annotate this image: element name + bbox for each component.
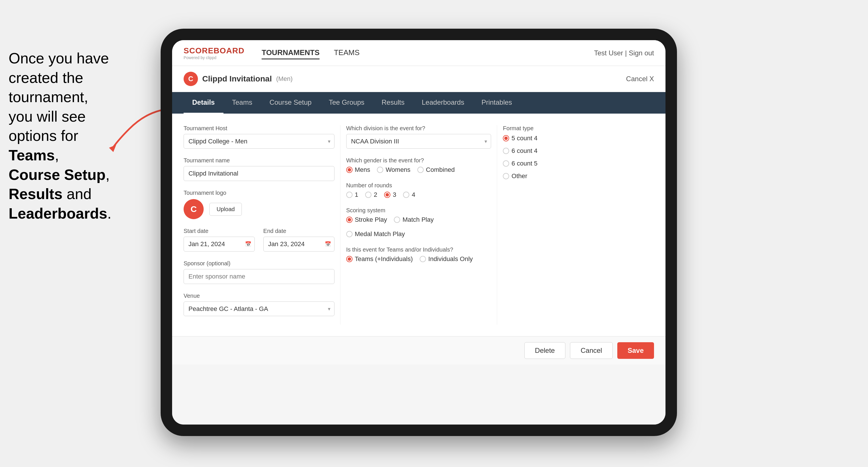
- logo: SCOREBOARD Powered by clippd: [184, 46, 244, 60]
- rounds-3[interactable]: 3: [384, 191, 396, 198]
- gender-mens-radio[interactable]: [346, 167, 352, 173]
- teams-plus-radio[interactable]: [346, 256, 352, 262]
- venue-group: Venue Peachtree GC - Atlanta - GA: [184, 292, 335, 316]
- date-row: Start date End date: [184, 228, 335, 252]
- teams-label: Is this event for Teams and/or Individua…: [346, 246, 491, 253]
- rounds-radio-group: 1 2 3 4: [346, 191, 491, 198]
- start-date-group: Start date: [184, 228, 255, 252]
- end-date-group: End date: [263, 228, 335, 252]
- logo-circle: C: [184, 199, 204, 219]
- tab-teams[interactable]: Teams: [223, 92, 261, 114]
- end-date-wrapper: [263, 237, 335, 252]
- main-nav: TOURNAMENTS TEAMS: [261, 47, 360, 59]
- gender-label: Which gender is the event for?: [346, 157, 491, 164]
- sponsor-label: Sponsor (optional): [184, 260, 335, 267]
- gender-group: Which gender is the event for? Mens Wome…: [346, 157, 491, 174]
- rounds-1-radio[interactable]: [346, 192, 352, 198]
- rounds-group: Number of rounds 1 2: [346, 182, 491, 198]
- tournament-name-label: Tournament name: [184, 157, 335, 164]
- tab-leaderboards[interactable]: Leaderboards: [413, 92, 473, 114]
- start-date-wrapper: [184, 237, 255, 252]
- format-other[interactable]: Other: [503, 173, 648, 180]
- form-col-2: Which division is the event for? NCAA Di…: [340, 125, 497, 325]
- scoring-match-radio[interactable]: [394, 217, 400, 223]
- tab-course-setup[interactable]: Course Setup: [261, 92, 320, 114]
- division-select[interactable]: NCAA Division III: [346, 134, 491, 149]
- tournament-host-label: Tournament Host: [184, 125, 335, 132]
- tab-results[interactable]: Results: [373, 92, 413, 114]
- dates-group: Start date End date: [184, 228, 335, 252]
- gender-radio-group: Mens Womens Combined: [346, 166, 491, 174]
- start-date-input[interactable]: [184, 237, 255, 252]
- teams-group: Is this event for Teams and/or Individua…: [346, 246, 491, 263]
- rounds-1[interactable]: 1: [346, 191, 358, 198]
- tab-printables[interactable]: Printables: [473, 92, 521, 114]
- format-type-label: Format type: [503, 125, 648, 132]
- tournament-host-select[interactable]: Clippd College - Men: [184, 134, 335, 149]
- individuals-only-radio[interactable]: [420, 256, 426, 262]
- venue-select[interactable]: Peachtree GC - Atlanta - GA: [184, 302, 335, 316]
- tab-tee-groups[interactable]: Tee Groups: [320, 92, 373, 114]
- gender-womens[interactable]: Womens: [377, 166, 410, 174]
- scoring-medal[interactable]: Medal Match Play: [346, 230, 405, 238]
- tournament-logo-group: Tournament logo C Upload: [184, 190, 335, 219]
- division-group: Which division is the event for? NCAA Di…: [346, 125, 491, 149]
- rounds-label: Number of rounds: [346, 182, 491, 189]
- sponsor-group: Sponsor (optional): [184, 260, 335, 284]
- format-6count4-radio[interactable]: [503, 148, 509, 154]
- end-date-label: End date: [263, 228, 335, 235]
- gender-mens[interactable]: Mens: [346, 166, 370, 174]
- save-button[interactable]: Save: [617, 342, 654, 359]
- nav-teams[interactable]: TEAMS: [334, 47, 360, 59]
- tabs-bar: Details Teams Course Setup Tee Groups Re…: [172, 92, 665, 114]
- logo-upload-area: C Upload: [184, 199, 335, 219]
- format-6count4[interactable]: 6 count 4: [503, 147, 648, 155]
- nav-tournaments[interactable]: TOURNAMENTS: [261, 47, 319, 59]
- scoring-medal-radio[interactable]: [346, 231, 352, 237]
- scoring-stroke-radio[interactable]: [346, 217, 352, 223]
- app-header: SCOREBOARD Powered by clippd TOURNAMENTS…: [172, 40, 665, 66]
- tablet-device: SCOREBOARD Powered by clippd TOURNAMENTS…: [161, 29, 677, 436]
- cancel-x-button[interactable]: Cancel X: [626, 75, 654, 83]
- rounds-2-radio[interactable]: [365, 192, 371, 198]
- gender-combined[interactable]: Combined: [417, 166, 455, 174]
- format-options: 5 count 4 6 count 4 6 count 5: [503, 134, 648, 180]
- venue-label: Venue: [184, 292, 335, 299]
- format-other-radio[interactable]: [503, 173, 509, 179]
- tablet-screen: SCOREBOARD Powered by clippd TOURNAMENTS…: [172, 40, 665, 425]
- scoring-stroke[interactable]: Stroke Play: [346, 216, 387, 223]
- form-footer: Delete Cancel Save: [172, 336, 665, 365]
- format-6count5[interactable]: 6 count 5: [503, 160, 648, 167]
- start-date-label: Start date: [184, 228, 255, 235]
- division-select-wrapper: NCAA Division III: [346, 134, 491, 149]
- format-type-group: Format type 5 count 4 6 count 4: [503, 125, 648, 180]
- teams-plus-individuals[interactable]: Teams (+Individuals): [346, 255, 413, 263]
- gender-combined-radio[interactable]: [417, 167, 424, 173]
- tournament-name-group: Tournament name: [184, 157, 335, 181]
- tournament-host-group: Tournament Host Clippd College - Men: [184, 125, 335, 149]
- format-6count5-radio[interactable]: [503, 160, 509, 167]
- gender-womens-radio[interactable]: [377, 167, 383, 173]
- scoring-radio-group: Stroke Play Match Play Medal Match Play: [346, 216, 491, 238]
- format-5count4[interactable]: 5 count 4: [503, 134, 648, 142]
- user-area[interactable]: Test User | Sign out: [594, 49, 654, 57]
- scoring-match[interactable]: Match Play: [394, 216, 434, 223]
- form-col-3: Format type 5 count 4 6 count 4: [497, 125, 654, 325]
- end-date-input[interactable]: [263, 237, 335, 252]
- rounds-4-radio[interactable]: [403, 192, 409, 198]
- tournament-name-input[interactable]: [184, 166, 335, 181]
- form-area: Tournament Host Clippd College - Men Tou…: [172, 114, 665, 336]
- delete-button[interactable]: Delete: [524, 342, 565, 359]
- scoring-group: Scoring system Stroke Play Match Play: [346, 207, 491, 238]
- format-5count4-radio[interactable]: [503, 135, 509, 142]
- individuals-only[interactable]: Individuals Only: [420, 255, 473, 263]
- cancel-button[interactable]: Cancel: [570, 342, 613, 359]
- tab-details[interactable]: Details: [184, 92, 223, 114]
- sponsor-input[interactable]: [184, 269, 335, 284]
- division-label: Which division is the event for?: [346, 125, 491, 132]
- rounds-2[interactable]: 2: [365, 191, 377, 198]
- rounds-3-radio[interactable]: [384, 192, 391, 198]
- tournament-name: Clippd Invitational: [202, 74, 272, 84]
- rounds-4[interactable]: 4: [403, 191, 415, 198]
- upload-button[interactable]: Upload: [209, 203, 242, 216]
